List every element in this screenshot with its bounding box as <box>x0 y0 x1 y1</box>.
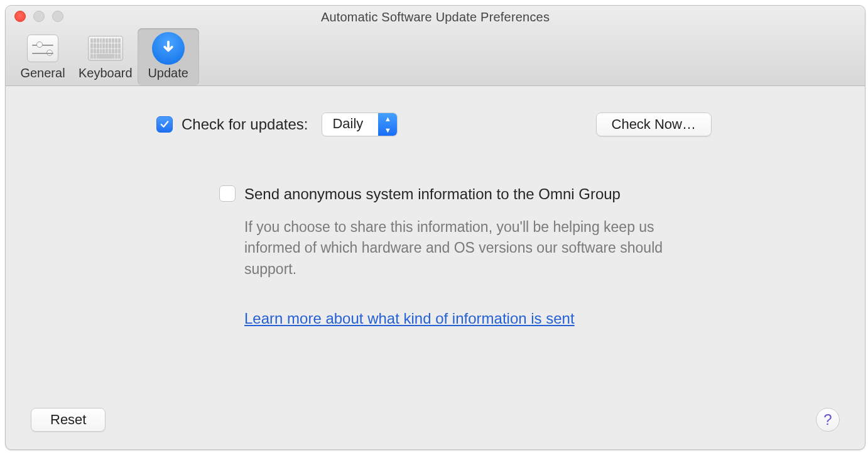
toolbar-item-label: General <box>20 66 65 80</box>
zoom-window-button[interactable] <box>52 11 63 22</box>
window-chrome: Automatic Software Update Preferences Ge… <box>6 6 865 86</box>
preferences-toolbar: General Keyboard <box>6 28 865 85</box>
learn-more-link[interactable]: Learn more about what kind of informatio… <box>244 310 575 327</box>
anonymous-info-section: Send anonymous system information to the… <box>219 185 697 327</box>
sliders-icon <box>25 32 60 65</box>
update-icon <box>151 32 186 65</box>
update-frequency-value: Daily <box>322 113 378 136</box>
help-button[interactable]: ? <box>816 408 840 432</box>
toolbar-item-keyboard[interactable]: Keyboard <box>73 28 138 85</box>
close-window-button[interactable] <box>14 11 26 22</box>
traffic-lights <box>14 11 63 22</box>
minimize-window-button[interactable] <box>33 11 45 22</box>
send-anonymous-label: Send anonymous system information to the… <box>244 185 621 203</box>
check-for-updates-row: Check for updates: Daily ▲▼ Check Now… <box>156 112 827 136</box>
update-pane: Check for updates: Daily ▲▼ Check Now… S… <box>6 86 865 449</box>
anonymous-description: If you choose to share this information,… <box>244 217 697 280</box>
toolbar-item-label: Update <box>148 66 188 80</box>
footer-bar: Reset ? <box>31 408 840 432</box>
toolbar-item-update[interactable]: Update <box>138 28 199 85</box>
update-frequency-select[interactable]: Daily ▲▼ <box>322 112 398 136</box>
select-stepper-icon: ▲▼ <box>378 113 397 136</box>
window-title: Automatic Software Update Preferences <box>6 6 865 28</box>
send-anonymous-checkbox[interactable] <box>219 185 236 202</box>
check-now-button[interactable]: Check Now… <box>596 112 712 136</box>
titlebar: Automatic Software Update Preferences <box>6 6 865 28</box>
toolbar-item-general[interactable]: General <box>12 28 73 85</box>
reset-button[interactable]: Reset <box>31 408 106 432</box>
preferences-window: Automatic Software Update Preferences Ge… <box>5 5 865 450</box>
keyboard-icon <box>88 32 123 65</box>
check-for-updates-label: Check for updates: <box>182 116 308 133</box>
check-for-updates-checkbox[interactable] <box>156 116 173 133</box>
toolbar-item-label: Keyboard <box>79 66 133 80</box>
